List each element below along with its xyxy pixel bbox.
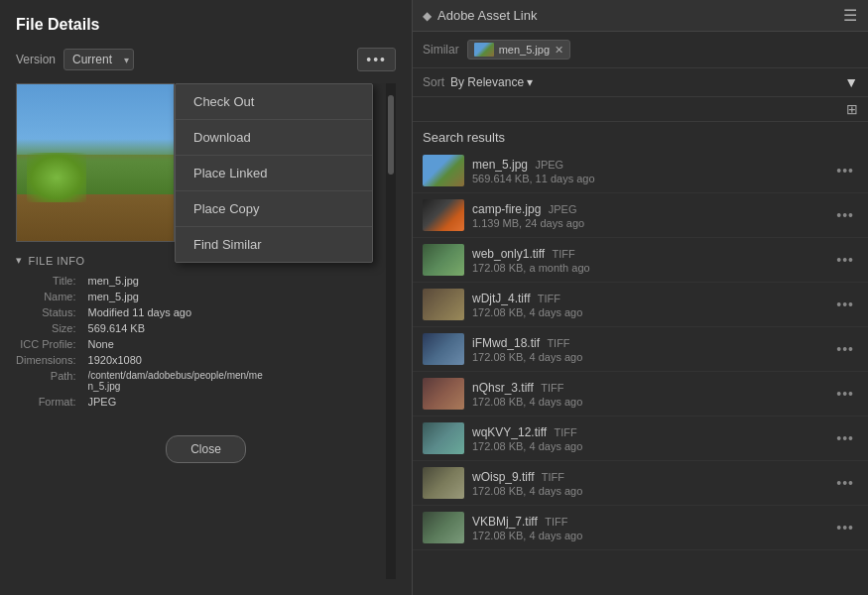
hamburger-icon[interactable]: ☰ bbox=[843, 6, 858, 25]
result-more-icon[interactable]: ••• bbox=[832, 159, 858, 182]
result-name-text: nQhsr_3.tiff bbox=[472, 381, 534, 395]
result-item[interactable]: men_5.jpg JPEG 569.614 KB, 11 days ago •… bbox=[413, 149, 868, 193]
content-area: Check Out Download Place Linked Place Co… bbox=[16, 83, 396, 242]
result-thumbnail bbox=[423, 333, 464, 365]
icc-value: None bbox=[88, 338, 396, 350]
result-more-icon[interactable]: ••• bbox=[832, 203, 858, 227]
context-menu-item-find-similar[interactable]: Find Similar bbox=[176, 227, 372, 262]
diamond-icon: ◆ bbox=[423, 9, 432, 23]
version-row: Version Current ••• bbox=[16, 48, 396, 71]
chevron-down-icon: ▾ bbox=[16, 254, 23, 267]
result-item[interactable]: VKBMj_7.tiff TIFF 172.08 KB, 4 days ago … bbox=[413, 506, 868, 550]
result-item[interactable]: nQhsr_3.tiff TIFF 172.08 KB, 4 days ago … bbox=[413, 372, 868, 416]
result-item[interactable]: web_only1.tiff TIFF 172.08 KB, a month a… bbox=[413, 238, 868, 283]
similar-label: Similar bbox=[423, 43, 459, 57]
results-list: men_5.jpg JPEG 569.614 KB, 11 days ago •… bbox=[413, 149, 868, 595]
file-info-label: FILE INFO bbox=[29, 255, 85, 267]
result-thumbnail bbox=[423, 199, 464, 231]
result-meta: 172.08 KB, 4 days ago bbox=[472, 351, 824, 363]
result-thumbnail bbox=[423, 289, 464, 320]
status-label: Status: bbox=[16, 306, 76, 318]
result-meta: 172.08 KB, 4 days ago bbox=[472, 440, 824, 452]
result-info: web_only1.tiff TIFF 172.08 KB, a month a… bbox=[472, 247, 824, 274]
result-type: JPEG bbox=[549, 203, 577, 215]
result-info: camp-fire.jpg JPEG 1.139 MB, 24 days ago bbox=[472, 202, 824, 229]
title-value: men_5.jpg bbox=[88, 275, 396, 287]
result-more-icon[interactable]: ••• bbox=[832, 382, 858, 406]
result-name: nQhsr_3.tiff TIFF bbox=[472, 381, 824, 395]
result-name: camp-fire.jpg JPEG bbox=[472, 202, 824, 216]
result-type: TIFF bbox=[547, 337, 569, 349]
file-info-section: ▾ FILE INFO Title: men_5.jpg Name: men_5… bbox=[16, 254, 396, 408]
panel-title: File Details bbox=[16, 16, 396, 34]
result-name: wDjtJ_4.tiff TIFF bbox=[472, 292, 824, 305]
result-info: iFMwd_18.tif TIFF 172.08 KB, 4 days ago bbox=[472, 336, 824, 363]
result-name-text: men_5.jpg bbox=[472, 158, 528, 172]
sort-value[interactable]: By Relevance ▾ bbox=[450, 75, 533, 89]
result-meta: 1.139 MB, 24 days ago bbox=[472, 217, 824, 229]
result-item[interactable]: iFMwd_18.tif TIFF 172.08 KB, 4 days ago … bbox=[413, 327, 868, 372]
result-info: wqKVY_12.tiff TIFF 172.08 KB, 4 days ago bbox=[472, 425, 824, 452]
result-meta: 172.08 KB, 4 days ago bbox=[472, 530, 824, 541]
scroll-thumb bbox=[388, 95, 394, 175]
result-name-text: camp-fire.jpg bbox=[472, 202, 541, 216]
result-more-icon[interactable]: ••• bbox=[832, 248, 858, 272]
filter-icon[interactable]: ▼ bbox=[844, 74, 858, 90]
result-item[interactable]: camp-fire.jpg JPEG 1.139 MB, 24 days ago… bbox=[413, 193, 868, 238]
result-thumbnail bbox=[423, 467, 464, 499]
name-label: Name: bbox=[16, 291, 76, 302]
result-more-icon[interactable]: ••• bbox=[832, 471, 858, 495]
result-item[interactable]: wqKVY_12.tiff TIFF 172.08 KB, 4 days ago… bbox=[413, 416, 868, 461]
adobe-asset-link-panel: ◆ Adobe Asset Link ☰ Similar men_5.jpg ✕… bbox=[412, 0, 868, 595]
path-value: /content/dam/adobebus/people/men/men_5.j… bbox=[88, 370, 267, 392]
result-more-icon[interactable]: ••• bbox=[832, 293, 858, 316]
result-type: JPEG bbox=[535, 159, 563, 171]
format-label: Format: bbox=[16, 396, 76, 408]
result-more-icon[interactable]: ••• bbox=[832, 337, 858, 361]
context-menu-item-place-copy[interactable]: Place Copy bbox=[176, 191, 372, 227]
context-menu-item-checkout[interactable]: Check Out bbox=[176, 84, 372, 120]
result-name-text: wDjtJ_4.tiff bbox=[472, 292, 530, 305]
result-type: TIFF bbox=[555, 426, 577, 438]
sort-row: Sort By Relevance ▾ ▼ bbox=[413, 68, 868, 97]
result-name: web_only1.tiff TIFF bbox=[472, 247, 824, 261]
result-item[interactable]: wDjtJ_4.tiff TIFF 172.08 KB, 4 days ago … bbox=[413, 283, 868, 327]
similar-row: Similar men_5.jpg ✕ bbox=[413, 32, 868, 68]
result-name-text: iFMwd_18.tif bbox=[472, 336, 540, 350]
size-label: Size: bbox=[16, 322, 76, 334]
result-meta: 172.08 KB, 4 days ago bbox=[472, 485, 824, 497]
result-meta: 172.08 KB, 4 days ago bbox=[472, 396, 824, 408]
status-value: Modified 11 days ago bbox=[88, 306, 396, 318]
result-item[interactable]: wOisp_9.tiff TIFF 172.08 KB, 4 days ago … bbox=[413, 461, 868, 506]
result-name: iFMwd_18.tif TIFF bbox=[472, 336, 824, 350]
left-scrollbar[interactable] bbox=[386, 83, 396, 579]
chip-close-icon[interactable]: ✕ bbox=[555, 44, 563, 57]
result-type: TIFF bbox=[553, 248, 575, 260]
file-thumbnail bbox=[16, 83, 175, 242]
result-meta: 172.08 KB, a month ago bbox=[472, 262, 824, 274]
sort-left: Sort By Relevance ▾ bbox=[423, 75, 533, 89]
result-name-text: wqKVY_12.tiff bbox=[472, 425, 547, 439]
result-meta: 172.08 KB, 4 days ago bbox=[472, 306, 824, 318]
version-select-wrapper: Current bbox=[63, 49, 134, 70]
context-menu-item-place-linked[interactable]: Place Linked bbox=[176, 156, 372, 191]
similar-chip: men_5.jpg ✕ bbox=[467, 40, 570, 60]
panel-header-left: ◆ Adobe Asset Link bbox=[423, 8, 537, 23]
context-menu: Check Out Download Place Linked Place Co… bbox=[175, 83, 373, 263]
result-more-icon[interactable]: ••• bbox=[832, 516, 858, 539]
result-more-icon[interactable]: ••• bbox=[832, 426, 858, 450]
chevron-down-icon: ▾ bbox=[527, 75, 533, 89]
path-label: Path: bbox=[16, 370, 76, 392]
result-info: wDjtJ_4.tiff TIFF 172.08 KB, 4 days ago bbox=[472, 292, 824, 318]
result-name-text: VKBMj_7.tiff bbox=[472, 515, 538, 529]
file-details-panel: File Details Version Current ••• Check O… bbox=[0, 0, 412, 595]
close-button[interactable]: Close bbox=[166, 435, 246, 463]
result-thumbnail bbox=[423, 512, 464, 543]
dimensions-label: Dimensions: bbox=[16, 354, 76, 366]
sort-value-text: By Relevance bbox=[450, 75, 524, 89]
view-toggle-icon[interactable]: ⊞ bbox=[846, 101, 858, 117]
context-menu-item-download[interactable]: Download bbox=[176, 120, 372, 156]
file-info-rows: Title: men_5.jpg Name: men_5.jpg Status:… bbox=[16, 275, 396, 408]
version-select[interactable]: Current bbox=[63, 49, 134, 70]
options-button[interactable]: ••• bbox=[357, 48, 396, 71]
